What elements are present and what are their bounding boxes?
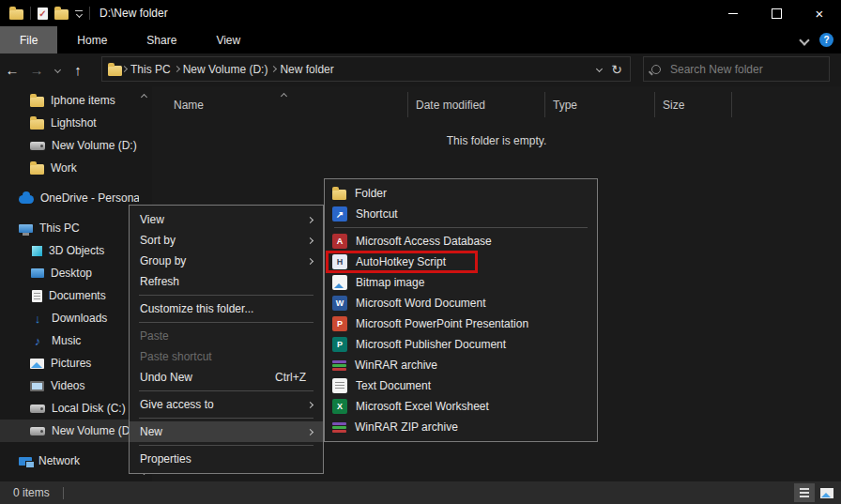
sidebar-item-label: OneDrive - Personal (40, 191, 139, 205)
submenu-item-label: Bitmap image (356, 276, 589, 289)
menu-item-sort-by[interactable]: Sort by (130, 230, 323, 251)
tab-view[interactable]: View (196, 26, 260, 53)
submenu-item-microsoft-access-database[interactable]: AMicrosoft Access Database (325, 231, 597, 252)
picture-icon (30, 359, 44, 369)
sidebar-item-pictures[interactable]: Pictures (0, 352, 139, 374)
tab-share[interactable]: Share (127, 26, 196, 53)
submenu-item-autohotkey-script[interactable]: HAutoHotkey Script (325, 252, 597, 272)
column-headers: NameDate modifiedTypeSize (152, 92, 841, 117)
submenu-item-text-document[interactable]: Text Document (325, 375, 597, 396)
forward-button[interactable]: → (24, 62, 49, 78)
up-button[interactable]: ↑ (66, 62, 90, 78)
column-header-size[interactable]: Size (655, 92, 732, 117)
address-bar[interactable]: This PCNew Volume (D:)New folder ↻ (101, 56, 631, 82)
menu-item-properties[interactable]: Properties (130, 449, 323, 469)
sidebar-item-new-volume-d[interactable]: New Volume (D:) (0, 134, 139, 157)
search-input[interactable] (668, 62, 813, 77)
recent-locations-dropdown-icon[interactable] (49, 68, 66, 72)
properties-check-icon[interactable]: ✓ (38, 8, 48, 20)
address-dropdown-icon[interactable] (596, 66, 603, 72)
sidebar-item-label: Music (52, 334, 81, 347)
sidebar-item-label: Pictures (51, 357, 91, 370)
refresh-icon[interactable]: ↻ (611, 62, 622, 77)
menu-item-label: New (140, 425, 308, 438)
submenu-item-microsoft-excel-worksheet[interactable]: XMicrosoft Excel Worksheet (325, 396, 597, 417)
sidebar-item-work[interactable]: Work (0, 157, 139, 179)
menu-item-customize-this-folder[interactable]: Customize this folder... (130, 298, 323, 319)
menu-separator (139, 390, 313, 391)
folder-icon (332, 190, 346, 200)
column-header-label: Date modified (416, 99, 485, 112)
details-view-button[interactable] (794, 483, 815, 502)
column-header-date-modified[interactable]: Date modified (408, 92, 545, 117)
sidebar-item-documents[interactable]: Documents (0, 284, 139, 307)
tab-home[interactable]: Home (57, 26, 127, 53)
sidebar-item-downloads[interactable]: ↓Downloads (0, 307, 139, 329)
menu-item-new[interactable]: New (130, 421, 323, 442)
scroll-up-icon[interactable] (141, 94, 147, 100)
submenu-item-microsoft-powerpoint-presentation[interactable]: PMicrosoft PowerPoint Presentation (325, 313, 597, 334)
menu-item-label: Customize this folder... (140, 302, 315, 315)
tab-file[interactable]: File (0, 26, 57, 53)
menu-item-view[interactable]: View (130, 209, 323, 230)
expand-ribbon-icon[interactable] (799, 35, 809, 45)
submenu-arrow-icon (307, 257, 313, 264)
submenu-item-winrar-zip-archive[interactable]: WinRAR ZIP archive (325, 417, 597, 437)
sidebar-item-onedrive-personal[interactable]: OneDrive - Personal (0, 187, 139, 209)
submenu-item-label: Folder (355, 187, 589, 200)
menu-item-undo-new[interactable]: Undo NewCtrl+Z (130, 367, 323, 388)
sidebar-item-music[interactable]: ♪Music (0, 329, 139, 352)
maximize-button[interactable] (755, 0, 798, 26)
menu-item-paste: Paste (130, 326, 323, 346)
folder-icon (30, 119, 44, 130)
submenu-item-microsoft-word-document[interactable]: WMicrosoft Word Document (325, 293, 597, 313)
sidebar-item-local-disk-c[interactable]: Local Disk (C:) (0, 397, 139, 420)
submenu-item-label: Shortcut (356, 207, 589, 221)
sidebar-item-lightshot[interactable]: Lightshot (0, 112, 139, 134)
sidebar-item-label: Videos (51, 379, 84, 392)
sidebar-item-network[interactable]: Network (0, 450, 139, 472)
breadcrumb-segment-new-volume-d[interactable]: New Volume (D:) (179, 63, 272, 76)
sidebar-item-label: This PC (39, 221, 80, 235)
sidebar-item-iphone-items[interactable]: Iphone items (0, 89, 139, 112)
back-button[interactable]: ← (0, 62, 24, 78)
submenu-item-bitmap-image[interactable]: Bitmap image (325, 272, 597, 293)
minimize-button[interactable] (711, 0, 755, 26)
breadcrumb-segment-new-folder[interactable]: New folder (276, 63, 337, 76)
download-icon: ↓ (30, 313, 45, 325)
sidebar-item-label: Lightshot (51, 116, 97, 130)
empty-folder-message: This folder is empty. (152, 134, 841, 147)
sidebar-item-desktop[interactable]: Desktop (0, 262, 139, 284)
menu-item-label: View (140, 213, 308, 226)
large-icons-view-icon (820, 488, 833, 498)
submenu-arrow-icon (307, 237, 313, 243)
submenu-item-folder[interactable]: Folder (325, 183, 597, 204)
breadcrumb-segment-this-pc[interactable]: This PC (127, 63, 175, 76)
publisher-icon: P (332, 337, 347, 352)
menu-item-label: Refresh (140, 275, 315, 288)
menu-item-group-by[interactable]: Group by (130, 251, 323, 271)
sidebar-item-videos[interactable]: Videos (0, 374, 139, 397)
app-folder-icon[interactable] (9, 9, 23, 20)
submenu-arrow-icon (307, 216, 313, 222)
sidebar-item-new-volume-d[interactable]: New Volume (D:) (0, 420, 139, 442)
qat-dropdown-icon[interactable] (75, 10, 83, 17)
sidebar-item-3d-objects[interactable]: 3D Objects (0, 239, 139, 262)
submenu-item-label: Microsoft Access Database (356, 235, 589, 248)
sidebar-item-this-pc[interactable]: This PC (0, 217, 139, 239)
menu-item-refresh[interactable]: Refresh (130, 271, 323, 292)
submenu-item-shortcut[interactable]: ↗Shortcut (325, 204, 597, 224)
search-box[interactable] (643, 56, 830, 82)
excel-icon: X (332, 399, 347, 414)
submenu-item-microsoft-publisher-document[interactable]: PMicrosoft Publisher Document (325, 334, 597, 355)
help-icon[interactable]: ? (819, 33, 833, 47)
cube-icon (32, 246, 42, 256)
divider (30, 7, 31, 20)
column-header-type[interactable]: Type (545, 92, 655, 117)
menu-item-give-access-to[interactable]: Give access to (130, 394, 323, 415)
close-button[interactable]: × (798, 0, 841, 26)
submenu-item-winrar-archive[interactable]: WinRAR archive (325, 355, 597, 375)
new-folder-icon[interactable] (54, 9, 69, 20)
menu-item-paste-shortcut: Paste shortcut (130, 346, 323, 367)
large-icons-view-button[interactable] (817, 483, 837, 502)
